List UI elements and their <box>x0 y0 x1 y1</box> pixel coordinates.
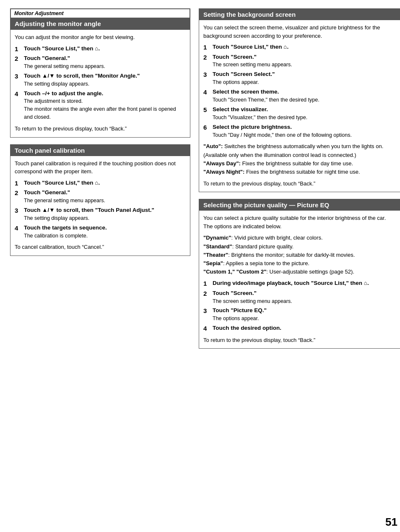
step-number: 2 <box>15 55 22 63</box>
picture-quality-section: Selecting the picture quality — Picture … <box>199 199 400 349</box>
step-desc: The setting display appears. <box>24 81 89 87</box>
step-number: 1 <box>203 43 211 52</box>
left-column: Monitor Adjustment Adjusting the monitor… <box>10 8 190 355</box>
touch-panel-note: To cancel calibration, touch “Cancel.” <box>15 243 186 251</box>
step-content: Touch "Source List," then ⌂. <box>24 179 186 187</box>
touch-panel-section: Touch panel calibration Touch panel cali… <box>10 144 190 256</box>
step-number: 3 <box>15 72 22 81</box>
step-content: Touch "Screen." The screen setting menu … <box>213 53 400 69</box>
step-desc: Touch "Screen Theme," then the desired t… <box>213 97 319 103</box>
step-item: 2 Touch "Screen." The screen setting men… <box>203 53 400 69</box>
page-wrapper: Monitor Adjustment Adjusting the monitor… <box>10 8 400 532</box>
step-item: 4 Touch the targets in sequence. The cal… <box>15 224 186 240</box>
step-title: During video/image playback, touch "Sour… <box>213 280 369 286</box>
step-content: Select the visualizer. Touch "Visualizer… <box>213 106 400 122</box>
monitor-adjustment-title: Adjusting the monitor angle <box>10 18 190 30</box>
step-title: Touch –/+ to adjust the angle. <box>24 90 103 96</box>
step-item: 5 Select the visualizer. Touch "Visualiz… <box>203 106 400 122</box>
step-item: 2 Touch "General." The general setting m… <box>15 55 186 70</box>
step-number: 3 <box>203 307 211 315</box>
step-number: 4 <box>15 90 22 98</box>
background-screen-content: You can select the screen theme, visuali… <box>199 20 400 192</box>
step-number: 2 <box>15 189 22 197</box>
option-sepia: "Sepia": Applies a sepia tone to the pic… <box>203 259 400 268</box>
option-theater: "Theater": Brightens the monitor; suitab… <box>203 251 400 259</box>
option-theater-label: "Theater" <box>203 252 228 258</box>
option-dynamic-label: "Dynamic" <box>203 235 231 241</box>
option-standard: "Standard": Standard picture quality. <box>203 243 400 251</box>
step-title: Select the screen theme. <box>213 89 279 95</box>
step-title: Touch the targets in sequence. <box>24 224 107 231</box>
step-number: 5 <box>203 106 211 114</box>
picture-quality-intro: You can select a picture quality suitabl… <box>203 214 400 230</box>
step-item: 1 Touch "Source List," then ⌂. <box>15 179 186 188</box>
page-layout: Monitor Adjustment Adjusting the monitor… <box>10 8 400 355</box>
step-item: 1 Touch "Source List," then ⌂. <box>203 43 400 52</box>
touch-panel-title: Touch panel calibration <box>10 145 190 156</box>
background-screen-section: Setting the background screen You can se… <box>199 8 400 192</box>
monitor-adjustment-content: You can adjust the monitor angle for bes… <box>10 30 190 137</box>
monitor-adjustment-label: Monitor Adjustment <box>10 9 190 18</box>
step-desc: The screen setting menu appears. <box>213 298 292 304</box>
option-sepia-label: "Sepia" <box>203 260 223 266</box>
step-title: Touch "Source List," then ⌂. <box>213 44 288 50</box>
background-options-block: "Auto": Switches the brightness automati… <box>203 142 400 176</box>
step-content: Touch the desired option. <box>213 324 400 332</box>
step-content: Touch the targets in sequence. The calib… <box>24 224 186 240</box>
picture-quality-options: "Dynamic": Vivid picture with bright, cl… <box>203 234 400 276</box>
picture-quality-title: Selecting the picture quality — Picture … <box>199 199 400 211</box>
step-content: Touch "Picture EQ." The options appear. <box>213 307 400 323</box>
option-custom-label: "Custom 1," "Custom 2" <box>203 269 266 275</box>
step-content: Touch ▲/▼ to scroll, then "Touch Panel A… <box>24 206 186 222</box>
step-content: During video/image playback, touch "Sour… <box>213 279 400 287</box>
background-screen-note: To return to the previous display, touch… <box>203 180 400 188</box>
step-item: 3 Touch ▲/▼ to scroll, then "Touch Panel… <box>15 206 186 222</box>
step-content: Touch "Screen Select." The options appea… <box>213 70 400 86</box>
step-content: Touch ▲/▼ to scroll, then "Monitor Angle… <box>24 72 186 88</box>
step-content: Touch "General." The general setting men… <box>24 55 186 70</box>
step-title: Select the visualizer. <box>213 106 268 112</box>
step-content: Touch "Source List," then ⌂. <box>213 43 400 51</box>
option-always-day: "Always Day": Fixes the brightness suita… <box>203 159 400 168</box>
step-title: Touch "Source List," then ⌂. <box>24 45 100 52</box>
touch-panel-intro: Touch panel calibration is required if t… <box>15 159 186 176</box>
step-item: 3 Touch ▲/▼ to scroll, then "Monitor Ang… <box>15 72 186 88</box>
option-always-night-label: "Always Night": <box>203 169 244 175</box>
step-content: Touch –/+ to adjust the angle. The adjus… <box>24 90 186 122</box>
step-number: 6 <box>203 123 211 132</box>
page-number: 51 <box>385 516 397 529</box>
option-standard-label: "Standard" <box>203 243 232 250</box>
picture-quality-steps: 1 During video/image playback, touch "So… <box>203 279 400 333</box>
step-desc: The options appear. <box>213 316 259 321</box>
step-content: Touch "General." The general setting men… <box>24 189 186 205</box>
step-title: Touch "Screen Select." <box>213 71 275 77</box>
option-custom: "Custom 1," "Custom 2": User-adjustable … <box>203 268 400 276</box>
background-screen-steps: 1 Touch "Source List," then ⌂. 2 Touch "… <box>203 43 400 139</box>
step-desc: The general setting menu appears. <box>24 63 105 69</box>
step-desc: The general setting menu appears. <box>24 198 105 203</box>
step-number: 4 <box>15 224 22 232</box>
step-title: Touch "Screen." <box>213 290 257 296</box>
step-desc: The adjustment is stored.The monitor ret… <box>24 98 176 120</box>
step-item: 2 Touch "Screen." The screen setting men… <box>203 289 400 305</box>
step-item: 4 Touch –/+ to adjust the angle. The adj… <box>15 90 186 122</box>
step-number: 1 <box>15 45 22 53</box>
option-always-day-label: "Always Day": <box>203 160 241 167</box>
step-title: Touch the desired option. <box>213 325 281 331</box>
step-number: 3 <box>15 206 22 215</box>
step-content: Select the picture brightness. Touch "Da… <box>213 123 400 139</box>
step-number: 4 <box>203 324 211 333</box>
monitor-adjustment-section: Monitor Adjustment Adjusting the monitor… <box>10 8 190 138</box>
step-title: Touch ▲/▼ to scroll, then "Monitor Angle… <box>24 73 140 79</box>
step-number: 4 <box>203 88 211 96</box>
right-column: Setting the background screen You can se… <box>199 8 400 355</box>
step-content: Touch "Source List," then ⌂. <box>24 45 186 53</box>
step-item: 1 Touch "Source List," then ⌂. <box>15 45 186 53</box>
step-number: 3 <box>203 70 211 79</box>
step-title: Touch "General." <box>24 55 70 61</box>
option-auto: "Auto": Switches the brightness automati… <box>203 142 400 159</box>
step-title: Touch ▲/▼ to scroll, then "Touch Panel A… <box>24 207 154 213</box>
step-desc: The screen setting menu appears. <box>213 62 292 68</box>
step-number: 1 <box>203 279 211 288</box>
step-content: Select the screen theme. Touch "Screen T… <box>213 88 400 104</box>
